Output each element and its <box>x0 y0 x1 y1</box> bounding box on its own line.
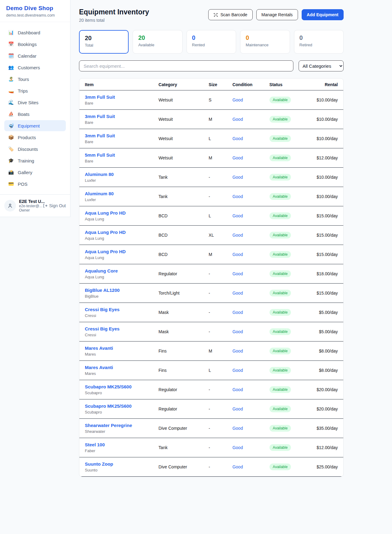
item-name-link[interactable]: Aluminum 80 <box>85 172 159 177</box>
item-name-link[interactable]: 3mm Full Suit <box>85 114 159 119</box>
condition-link[interactable]: Good <box>232 252 243 257</box>
sidebar-item[interactable]: 📊 Dashboard <box>4 27 66 38</box>
stat-value: 0 <box>300 34 338 41</box>
stat-card[interactable]: 0 Rented <box>187 30 236 54</box>
condition-link[interactable]: Good <box>232 194 243 199</box>
condition-link[interactable]: Good <box>232 445 243 450</box>
category-select[interactable]: All Categories <box>299 60 344 71</box>
item-name-link[interactable]: Suunto Zoop <box>85 461 159 467</box>
item-brand: Luxfer <box>85 197 159 202</box>
item-brand: Aqua Lung <box>85 236 159 241</box>
item-size: XL <box>209 226 232 245</box>
item-name-link[interactable]: Aqua Lung Pro HD <box>85 249 159 254</box>
item-name-link[interactable]: Steel 100 <box>85 442 159 447</box>
item-name-link[interactable]: 3mm Full Suit <box>85 94 159 100</box>
add-equipment-button[interactable]: Add Equipment <box>302 9 344 20</box>
sidebar-item[interactable]: 🌊 Dive Sites <box>4 97 66 108</box>
condition-link[interactable]: Good <box>232 271 243 276</box>
item-category: Torch/Light <box>159 284 209 303</box>
item-name-link[interactable]: Cressi Big Eyes <box>85 326 159 331</box>
item-name-link[interactable]: Aqualung Core <box>85 268 159 273</box>
sidebar-item[interactable]: 📸 Gallery <box>4 167 66 178</box>
item-name-link[interactable]: 5mm Full Suit <box>85 152 159 158</box>
sidebar-item[interactable]: 👥 Customers <box>4 62 66 73</box>
item-name-link[interactable]: Cressi Big Eyes <box>85 307 159 312</box>
item-name-link[interactable]: Aqua Lung Pro HD <box>85 230 159 235</box>
stat-card[interactable]: 0 Maintenance <box>240 30 290 54</box>
condition-link[interactable]: Good <box>232 329 243 334</box>
item-name-link[interactable]: Mares Avanti <box>85 365 159 370</box>
stat-label: Rented <box>192 43 231 47</box>
sidebar-item[interactable]: 🏝️ Tours <box>4 74 66 85</box>
item-size: - <box>209 438 232 457</box>
brand-title[interactable]: Demo Dive Shop <box>6 5 64 12</box>
stat-value: 0 <box>246 34 284 41</box>
item-name-link[interactable]: Scubapro MK25/S600 <box>85 384 159 389</box>
sidebar-nav: 📊 Dashboard 📅 Bookings 🗓️ Calendar 👥 Cus… <box>0 22 70 194</box>
condition-link[interactable]: Good <box>232 233 243 238</box>
condition-link[interactable]: Good <box>232 406 243 411</box>
tours-icon: 🏝️ <box>8 76 14 82</box>
condition-link[interactable]: Good <box>232 368 243 373</box>
sidebar-item-label: POS <box>18 181 28 187</box>
condition-link[interactable]: Good <box>232 310 243 315</box>
item-name-link[interactable]: Mares Avanti <box>85 345 159 351</box>
user-name: E2E Test U... <box>19 199 40 204</box>
item-category: Tank <box>159 168 209 187</box>
person-icon <box>7 203 13 208</box>
stat-value: 0 <box>192 34 231 41</box>
condition-link[interactable]: Good <box>232 387 243 392</box>
item-rental: $20.00/day <box>314 380 343 399</box>
condition-link[interactable]: Good <box>232 464 243 469</box>
scan-barcode-button[interactable]: Scan Barcode <box>208 9 253 20</box>
sidebar-item[interactable]: 🤿 Equipment <box>4 120 66 131</box>
item-name-link[interactable]: Scubapro MK25/S600 <box>85 403 159 409</box>
sidebar-item[interactable]: 🏷️ Discounts <box>4 143 66 154</box>
sidebar-item[interactable]: 🗓️ Calendar <box>4 50 66 61</box>
status-badge: Available <box>270 154 291 161</box>
sidebar-item[interactable]: 🚤 Trips <box>4 85 66 96</box>
condition-link[interactable]: Good <box>232 97 243 102</box>
item-name-link[interactable]: Shearwater Peregrine <box>85 423 159 428</box>
condition-link[interactable]: Good <box>232 175 243 180</box>
page-header: Equipment Inventory 20 items total Scan … <box>79 8 344 23</box>
item-brand: Cressi <box>85 313 159 318</box>
item-name-link[interactable]: Aqua Lung Pro HD <box>85 210 159 216</box>
item-brand: Scubapro <box>85 391 159 395</box>
item-name-link[interactable]: Aluminum 80 <box>85 191 159 196</box>
item-brand: Aqua Lung <box>85 275 159 279</box>
item-size: M <box>209 245 232 264</box>
status-badge: Available <box>270 425 291 432</box>
item-rental: $5.00/day <box>314 303 343 322</box>
condition-link[interactable]: Good <box>232 155 243 160</box>
item-name-link[interactable]: 3mm Full Suit <box>85 133 159 138</box>
sidebar-item[interactable]: 📅 Bookings <box>4 39 66 50</box>
search-input[interactable] <box>79 60 293 71</box>
stat-card[interactable]: 20 Total <box>79 30 129 54</box>
condition-link[interactable]: Good <box>232 349 243 353</box>
condition-link[interactable]: Good <box>232 291 243 296</box>
stat-card[interactable]: 20 Available <box>133 30 182 54</box>
sidebar-item-label: Bookings <box>18 42 37 47</box>
condition-link[interactable]: Good <box>232 426 243 431</box>
gallery-icon: 📸 <box>8 170 14 175</box>
sign-out-button[interactable]: Sign Out <box>43 203 66 208</box>
manage-rentals-button[interactable]: Manage Rentals <box>256 9 298 20</box>
item-rental: $25.00/day <box>314 457 343 477</box>
items-total: 20 items total <box>79 18 149 23</box>
table-row: Steel 100 Faber Tank - Good Available $1… <box>79 438 343 457</box>
condition-link[interactable]: Good <box>232 213 243 218</box>
sidebar-item[interactable]: 📦 Products <box>4 132 66 143</box>
condition-link[interactable]: Good <box>232 136 243 141</box>
sidebar-item[interactable]: ⛵ Boats <box>4 109 66 120</box>
condition-link[interactable]: Good <box>232 117 243 122</box>
sidebar-item-label: Calendar <box>18 53 36 59</box>
stat-value: 20 <box>138 34 177 41</box>
sidebar-item[interactable]: 🎓 Training <box>4 155 66 166</box>
customers-icon: 👥 <box>8 65 14 70</box>
header-actions: Scan Barcode Manage Rentals Add Equipmen… <box>208 9 344 20</box>
item-name-link[interactable]: BigBlue AL1200 <box>85 288 159 293</box>
item-category: Mask <box>159 322 209 341</box>
stat-card[interactable]: 0 Retired <box>294 30 344 54</box>
sidebar-item[interactable]: 💳 POS <box>4 178 66 189</box>
